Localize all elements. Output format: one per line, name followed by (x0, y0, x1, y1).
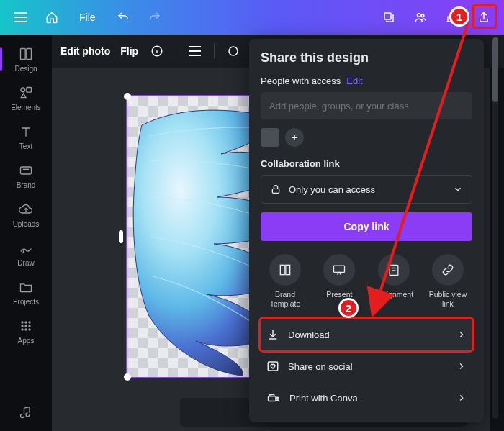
uploads-icon (18, 201, 34, 217)
hamburger-icon[interactable] (186, 42, 204, 60)
share-icon[interactable] (471, 4, 497, 30)
action-label: Share on social (288, 361, 353, 372)
svg-rect-4 (27, 48, 32, 59)
left-sidebar: Design Elements Text Brand Uploads Draw … (0, 35, 52, 431)
resize-handle[interactable] (124, 93, 131, 100)
sidebar-item-label: Apps (18, 337, 35, 345)
present-icon (332, 263, 346, 277)
svg-point-27 (277, 399, 279, 400)
resize-icon[interactable] (376, 4, 402, 30)
sidebar-item-brand[interactable]: Brand (0, 157, 52, 194)
resize-handle[interactable] (119, 230, 123, 243)
sidebar-item-label: Elements (11, 104, 41, 112)
svg-point-1 (418, 14, 421, 17)
action-label: Print with Canva (289, 393, 358, 404)
collab-link-label: Collaboration link (261, 158, 472, 169)
svg-rect-0 (384, 13, 391, 19)
sidebar-item-audio[interactable] (0, 394, 52, 431)
tile-label: Present (326, 290, 352, 299)
chevron-right-icon (456, 330, 467, 340)
sidebar-item-projects[interactable]: Projects (0, 273, 52, 311)
access-label: People with access (261, 76, 341, 86)
sidebar-item-design[interactable]: Design (0, 40, 52, 78)
sidebar-item-draw[interactable]: Draw (0, 235, 52, 272)
resize-handle[interactable] (124, 373, 131, 381)
svg-point-11 (21, 325, 23, 327)
topbar: File (0, 0, 504, 35)
tile-label: Public view link (423, 290, 472, 309)
svg-point-2 (421, 14, 424, 17)
sidebar-item-label: Brand (17, 181, 36, 189)
heart-icon (266, 360, 279, 373)
audio-icon (18, 404, 34, 420)
draw-icon (18, 240, 34, 256)
template-icon (278, 263, 292, 277)
svg-rect-20 (280, 265, 284, 274)
svg-rect-3 (21, 48, 26, 59)
brand-icon (18, 163, 34, 178)
scrollbar[interactable] (492, 37, 498, 419)
copy-link-button[interactable]: Copy link (261, 212, 472, 241)
separator (214, 43, 215, 59)
sidebar-item-text[interactable]: Text (0, 118, 52, 155)
download-icon (266, 328, 279, 341)
print-icon (266, 391, 281, 404)
select-value: Only you can access (289, 184, 375, 195)
svg-point-15 (24, 328, 27, 330)
tile-public-view-link[interactable]: Public view link (423, 254, 472, 309)
tile-brand-template[interactable]: Brand Template (261, 254, 310, 309)
action-download[interactable]: Download (261, 319, 472, 350)
flip-button[interactable]: Flip (120, 45, 138, 57)
sidebar-item-label: Design (14, 65, 37, 73)
tile-assignment[interactable]: Assignment (369, 254, 418, 309)
tile-label: Brand Template (261, 290, 310, 309)
add-people-input[interactable] (261, 92, 472, 119)
svg-rect-6 (27, 87, 32, 92)
svg-rect-19 (272, 189, 279, 193)
sidebar-item-label: Text (19, 142, 32, 150)
share-panel: Share this design People with access Edi… (249, 39, 484, 422)
action-label: Download (288, 330, 330, 340)
link-icon (441, 263, 455, 277)
action-share-social[interactable]: Share on social (261, 350, 472, 382)
svg-point-14 (21, 328, 23, 330)
chevron-right-icon (456, 361, 467, 371)
sidebar-item-label: Draw (17, 259, 34, 267)
scroll-thumb[interactable] (492, 37, 498, 102)
chevron-down-icon (453, 184, 463, 194)
collaborators-icon[interactable] (408, 4, 433, 30)
add-person-button[interactable]: + (285, 128, 304, 147)
svg-rect-22 (334, 266, 345, 272)
insights-icon[interactable] (439, 4, 465, 30)
sidebar-item-uploads[interactable]: Uploads (0, 196, 52, 233)
text-icon (18, 124, 34, 140)
svg-point-16 (28, 328, 30, 330)
tile-label: Assignment (374, 290, 413, 299)
link-access-select[interactable]: Only you can access (261, 175, 472, 204)
access-edit-link[interactable]: Edit (346, 76, 362, 86)
lock-icon (270, 183, 282, 195)
redo-icon[interactable] (142, 4, 168, 30)
svg-point-5 (21, 87, 25, 91)
svg-rect-24 (268, 362, 278, 371)
undo-icon[interactable] (110, 4, 136, 30)
svg-point-18 (229, 47, 238, 55)
file-menu-button[interactable]: File (71, 4, 104, 30)
chevron-right-icon (456, 393, 467, 403)
assignment-icon (387, 263, 401, 277)
edit-photo-button[interactable]: Edit photo (60, 45, 110, 57)
svg-rect-7 (21, 167, 32, 174)
animate-icon[interactable] (225, 42, 242, 60)
sidebar-item-label: Projects (13, 298, 39, 306)
svg-rect-25 (269, 396, 276, 401)
info-icon[interactable] (148, 42, 166, 60)
sidebar-item-apps[interactable]: Apps (0, 312, 52, 350)
sidebar-item-elements[interactable]: Elements (0, 79, 52, 117)
svg-rect-21 (286, 265, 290, 274)
design-icon (18, 46, 34, 62)
projects-icon (18, 279, 34, 295)
home-icon[interactable] (39, 4, 65, 30)
menu-icon[interactable] (7, 4, 33, 30)
action-print[interactable]: Print with Canva (261, 382, 472, 414)
tile-present[interactable]: Present (315, 254, 364, 309)
